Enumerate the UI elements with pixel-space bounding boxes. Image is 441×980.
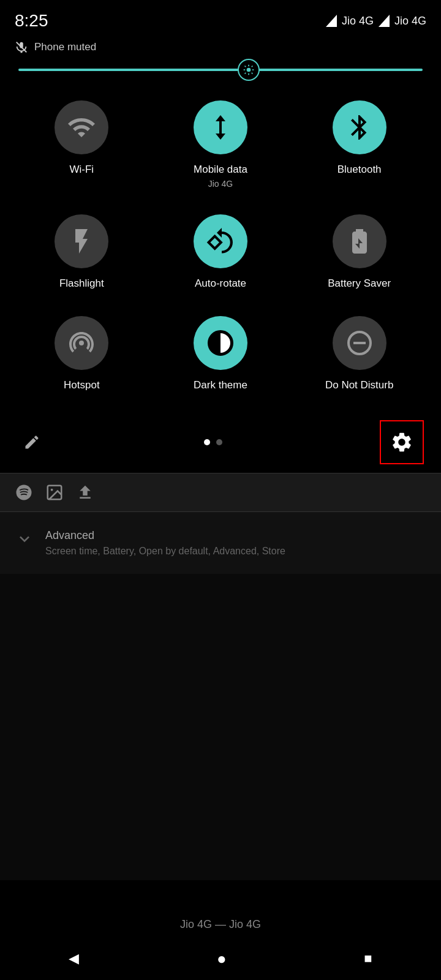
home-button[interactable]: ●	[217, 949, 227, 968]
bluetooth-label: Bluetooth	[337, 163, 382, 176]
notif-left: Phone muted	[15, 40, 96, 54]
tile-dark-theme[interactable]: Dark theme	[151, 301, 290, 403]
flashlight-label: Flashlight	[59, 277, 104, 290]
brightness-container[interactable]	[0, 60, 441, 80]
tile-flashlight[interactable]: Flashlight	[12, 200, 151, 301]
mute-icon	[15, 40, 28, 54]
tile-do-not-disturb[interactable]: Do Not Disturb	[290, 301, 429, 403]
brightness-slider[interactable]	[18, 69, 423, 71]
carrier2-label: Jio 4G	[394, 15, 426, 28]
advanced-section[interactable]: Advanced Screen time, Battery, Open by d…	[0, 512, 441, 574]
spotify-icon	[15, 483, 33, 502]
tile-mobile-data[interactable]: Mobile data Jio 4G	[151, 86, 290, 200]
tile-hotspot[interactable]: Hotspot	[12, 301, 151, 403]
svg-marker-1	[379, 15, 390, 27]
edit-icon	[23, 434, 40, 451]
status-bar: 8:25 Jio 4G Jio 4G	[0, 0, 441, 37]
svg-point-3	[247, 68, 251, 72]
auto-rotate-label: Auto-rotate	[195, 277, 246, 290]
svg-line-8	[245, 66, 246, 67]
wifi-icon	[67, 113, 96, 142]
carrier-bottom-text: Jio 4G — Jio 4G	[0, 918, 441, 931]
dark-theme-label: Dark theme	[194, 379, 247, 392]
edit-button[interactable]	[17, 428, 47, 457]
tile-bluetooth[interactable]: Bluetooth	[290, 86, 429, 200]
bluetooth-icon-bg	[333, 100, 386, 154]
mobile-data-label: Mobile data	[194, 163, 247, 176]
svg-marker-0	[326, 15, 337, 27]
bottom-toolbar	[0, 412, 441, 473]
dark-region	[0, 574, 441, 880]
page-dot-1	[204, 439, 210, 445]
status-right: Jio 4G Jio 4G	[326, 15, 426, 28]
brightness-icon	[243, 64, 255, 76]
nav-bar: ◀ ● ■	[0, 937, 441, 980]
advanced-subtitle: Screen time, Battery, Open by default, A…	[45, 546, 285, 557]
settings-icon	[390, 431, 413, 454]
hotspot-label: Hotspot	[64, 379, 100, 392]
wifi-label: Wi-Fi	[70, 163, 94, 176]
wifi-icon-bg	[55, 100, 108, 154]
battery-saver-icon-bg	[333, 214, 386, 268]
auto-rotate-icon	[206, 227, 235, 256]
hotspot-icon	[67, 328, 96, 358]
svg-line-10	[252, 66, 253, 67]
image-notif-icon	[45, 483, 64, 502]
page-dots	[204, 439, 222, 445]
mobile-data-sublabel: Jio 4G	[208, 179, 233, 189]
bluetooth-icon	[345, 113, 374, 142]
auto-rotate-icon-bg	[194, 214, 247, 268]
svg-line-9	[252, 73, 253, 74]
upload-notif-icon	[76, 483, 94, 502]
notif-bar: Phone muted	[0, 37, 441, 60]
mobile-data-icon-bg	[194, 100, 247, 154]
quick-tiles-grid: Wi-Fi Mobile data Jio 4G Bluetooth Flash…	[0, 80, 441, 409]
carrier1-label: Jio 4G	[342, 15, 374, 28]
mobile-data-icon	[206, 113, 235, 142]
dark-theme-icon-bg	[194, 316, 247, 370]
tile-battery-saver[interactable]: Battery Saver	[290, 200, 429, 301]
svg-line-11	[245, 73, 246, 74]
flashlight-icon-bg	[55, 214, 108, 268]
settings-button[interactable]	[380, 420, 424, 464]
svg-point-12	[79, 341, 84, 345]
dnd-icon-bg	[333, 316, 386, 370]
recents-button[interactable]: ■	[364, 951, 372, 967]
signal2-icon	[379, 15, 390, 27]
dnd-label: Do Not Disturb	[325, 379, 393, 392]
flashlight-icon	[67, 227, 96, 256]
expand-icon	[15, 529, 34, 549]
tile-wifi[interactable]: Wi-Fi	[12, 86, 151, 200]
svg-point-16	[17, 485, 32, 500]
signal1-icon	[326, 15, 337, 27]
svg-point-18	[51, 489, 53, 491]
tile-auto-rotate[interactable]: Auto-rotate	[151, 200, 290, 301]
notif-strip	[0, 473, 441, 512]
hotspot-icon-bg	[55, 316, 108, 370]
battery-saver-label: Battery Saver	[328, 277, 391, 290]
dark-theme-icon	[206, 328, 235, 358]
status-time: 8:25	[15, 11, 48, 31]
page-dot-2	[216, 439, 222, 445]
dnd-icon	[345, 328, 374, 358]
advanced-title: Advanced	[45, 529, 285, 542]
advanced-text: Advanced Screen time, Battery, Open by d…	[45, 529, 285, 557]
back-button[interactable]: ◀	[69, 951, 79, 967]
brightness-thumb[interactable]	[238, 59, 260, 81]
muted-label: Phone muted	[34, 41, 96, 53]
battery-saver-icon	[345, 227, 374, 256]
